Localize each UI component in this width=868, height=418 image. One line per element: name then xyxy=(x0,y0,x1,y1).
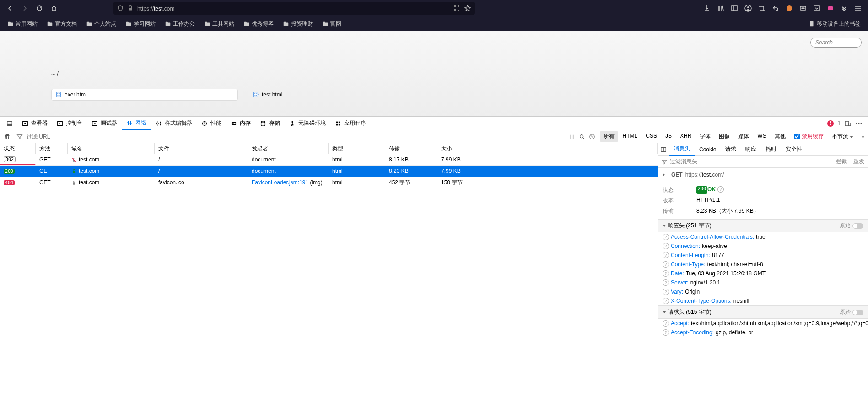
col-file[interactable]: 文件 xyxy=(155,143,248,154)
detail-tab-4[interactable]: 耗时 xyxy=(761,143,781,156)
network-row[interactable]: 200 GET test.com / document html 8.23 KB… xyxy=(0,166,658,177)
menu-icon[interactable] xyxy=(852,2,864,15)
filter-XHR[interactable]: XHR xyxy=(676,131,695,142)
help-icon[interactable]: ? xyxy=(663,289,669,295)
devtools-tab-9[interactable]: 应用程序 xyxy=(330,117,371,130)
pause-icon[interactable] xyxy=(569,134,575,140)
help-icon[interactable]: ? xyxy=(663,243,669,249)
filter-CSS[interactable]: CSS xyxy=(642,131,661,142)
bookmark-folder[interactable]: 学习网站 xyxy=(122,18,159,30)
file-link[interactable]: <>exer.html xyxy=(51,89,238,101)
bookmark-folder[interactable]: 投资理财 xyxy=(279,18,317,30)
sidebar-icon[interactable] xyxy=(728,2,741,15)
bookmark-folder[interactable]: 优秀博客 xyxy=(240,18,277,30)
col-transferred[interactable]: 传输 xyxy=(385,143,437,154)
block-icon[interactable] xyxy=(589,134,595,140)
detail-tab-3[interactable]: 响应 xyxy=(741,143,761,156)
filter-WS[interactable]: WS xyxy=(754,131,770,142)
help-icon[interactable]: ? xyxy=(663,252,669,258)
devtools-tab-5[interactable]: 性能 xyxy=(197,117,226,130)
qr-icon[interactable] xyxy=(453,5,460,12)
reload-button[interactable] xyxy=(33,2,46,15)
help-icon[interactable]: ? xyxy=(663,320,669,327)
forward-button[interactable] xyxy=(18,2,31,15)
network-row[interactable]: 302 GET test.com / document html 8.17 KB… xyxy=(0,154,658,166)
detail-tab-2[interactable]: 请求 xyxy=(721,143,741,156)
back-button[interactable] xyxy=(4,2,16,15)
detail-tab-0[interactable]: 消息头 xyxy=(669,143,695,156)
home-button[interactable] xyxy=(48,2,60,15)
help-icon[interactable]: ? xyxy=(717,186,724,193)
help-icon[interactable]: ? xyxy=(663,270,669,277)
bookmark-folder[interactable]: 工作办公 xyxy=(161,18,199,30)
detail-tab-1[interactable]: Cookie xyxy=(695,143,721,156)
filter-HTML[interactable]: HTML xyxy=(619,131,642,142)
undo-icon[interactable] xyxy=(769,2,782,15)
error-badge[interactable]: ! xyxy=(827,120,834,127)
details-toggle-icon[interactable] xyxy=(660,146,667,153)
bookmark-star-icon[interactable] xyxy=(464,5,471,12)
help-icon[interactable]: ? xyxy=(663,298,669,304)
request-headers-section[interactable]: 请求头 (515 字节)原始 xyxy=(658,305,868,319)
account-icon[interactable] xyxy=(742,2,755,15)
filter-headers-input[interactable]: 过滤消息头 xyxy=(670,158,697,166)
ext4-icon[interactable] xyxy=(824,2,837,15)
dock-toggle[interactable] xyxy=(2,117,17,130)
more-icon[interactable] xyxy=(855,120,863,127)
filter-所有[interactable]: 所有 xyxy=(600,131,618,142)
filter-媒体[interactable]: 媒体 xyxy=(734,131,753,142)
ext2-icon[interactable] xyxy=(797,2,809,15)
devtools-tab-8[interactable]: 无障碍环境 xyxy=(285,117,330,130)
har-icon[interactable] xyxy=(860,134,866,140)
col-domain[interactable]: 域名 xyxy=(68,143,155,154)
crop-icon[interactable] xyxy=(755,2,768,15)
downloads-icon[interactable] xyxy=(701,2,713,15)
disable-cache-checkbox[interactable]: 禁用缓存 xyxy=(794,133,824,140)
col-status[interactable]: 状态 xyxy=(0,143,36,154)
mobile-bookmarks[interactable]: 移动设备上的书签 xyxy=(805,18,864,30)
throttle-select[interactable]: 不节流 xyxy=(828,131,859,142)
col-method[interactable]: 方法 xyxy=(36,143,68,154)
resend-button[interactable]: 重发 xyxy=(853,158,864,166)
bookmark-folder[interactable]: 个人站点 xyxy=(82,18,120,30)
help-icon[interactable]: ? xyxy=(663,279,669,286)
devtools-tab-0[interactable]: 查看器 xyxy=(17,117,52,130)
devtools-tab-6[interactable]: 内存 xyxy=(226,117,255,130)
devtools-tab-3[interactable]: 网络 xyxy=(122,117,151,130)
bookmark-folder[interactable]: 官方文档 xyxy=(43,18,81,30)
bookmark-folder[interactable]: 工具网站 xyxy=(200,18,238,30)
expand-icon[interactable] xyxy=(663,173,667,177)
filter-其他[interactable]: 其他 xyxy=(771,131,789,142)
response-headers-section[interactable]: 响应头 (251 字节)原始 xyxy=(658,219,868,232)
search-icon[interactable] xyxy=(579,134,585,140)
filter-url-input[interactable] xyxy=(27,134,118,140)
page-search-input[interactable]: Search xyxy=(810,38,862,48)
bookmark-folder[interactable]: 官网 xyxy=(318,18,345,30)
url-bar[interactable]: https://test.com xyxy=(113,2,475,15)
help-icon[interactable]: ? xyxy=(663,261,669,268)
clear-button[interactable] xyxy=(2,131,13,142)
col-initiator[interactable]: 发起者 xyxy=(248,143,329,154)
bookmark-folder[interactable]: 常用网站 xyxy=(4,18,41,30)
raw-toggle[interactable] xyxy=(852,310,863,315)
filter-JS[interactable]: JS xyxy=(662,131,675,142)
filter-图像[interactable]: 图像 xyxy=(715,131,733,142)
col-size[interactable]: 大小 xyxy=(437,143,658,154)
library-icon[interactable] xyxy=(714,2,727,15)
devtools-tab-1[interactable]: 控制台 xyxy=(52,117,87,130)
network-row[interactable]: 404 GET test.com favicon.ico FaviconLoad… xyxy=(0,177,658,188)
overflow-icon[interactable] xyxy=(838,2,851,15)
responsive-icon[interactable] xyxy=(844,120,852,127)
devtools-tab-2[interactable]: 调试器 xyxy=(87,117,122,130)
help-icon[interactable]: ? xyxy=(663,234,669,240)
block-button[interactable]: 拦截 xyxy=(836,158,847,166)
devtools-tab-4[interactable]: 样式编辑器 xyxy=(151,117,197,130)
raw-toggle[interactable] xyxy=(852,223,863,229)
detail-tab-5[interactable]: 安全性 xyxy=(781,143,807,156)
file-link[interactable]: <>test.html xyxy=(249,89,286,101)
ext1-icon[interactable] xyxy=(783,2,796,15)
filter-字体[interactable]: 字体 xyxy=(696,131,714,142)
help-icon[interactable]: ? xyxy=(663,329,669,336)
ext3-icon[interactable] xyxy=(810,2,823,15)
devtools-tab-7[interactable]: 存储 xyxy=(255,117,285,130)
